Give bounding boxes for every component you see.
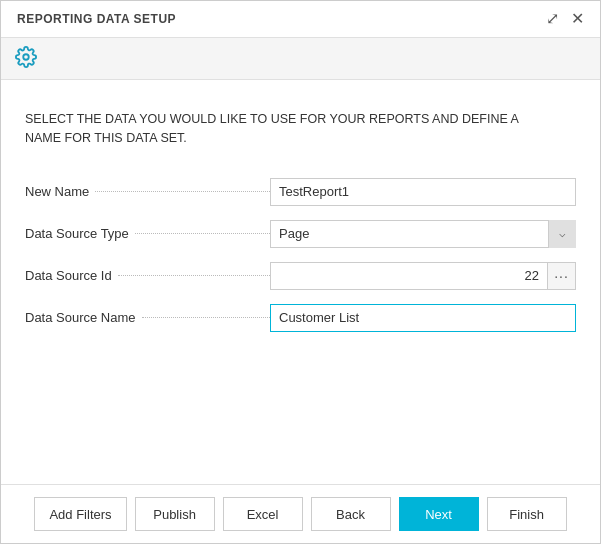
data-source-name-row: Data Source Name — [25, 304, 576, 332]
data-source-name-label-area: Data Source Name — [25, 310, 270, 325]
data-source-name-dots — [142, 317, 270, 318]
publish-button[interactable]: Publish — [135, 497, 215, 531]
data-source-id-dots — [118, 275, 270, 276]
back-button[interactable]: Back — [311, 497, 391, 531]
next-button[interactable]: Next — [399, 497, 479, 531]
add-filters-button[interactable]: Add Filters — [34, 497, 126, 531]
finish-button[interactable]: Finish — [487, 497, 567, 531]
data-source-id-label-area: Data Source Id — [25, 268, 270, 283]
data-source-type-select-wrapper: Page ⌵ — [270, 220, 576, 248]
svg-point-0 — [23, 54, 29, 60]
instructions: SELECT THE DATA YOU WOULD LIKE TO USE FO… — [25, 110, 565, 148]
data-source-type-label-area: Data Source Type — [25, 226, 270, 241]
form-area: New Name Data Source Type Page ⌵ — [25, 178, 576, 346]
dialog-title: REPORTING DATA SETUP — [17, 12, 176, 26]
title-bar-icons: ⤢ ✕ — [546, 11, 584, 27]
data-source-id-row: Data Source Id ··· — [25, 262, 576, 290]
data-source-id-wrapper: ··· — [270, 262, 576, 290]
excel-button[interactable]: Excel — [223, 497, 303, 531]
data-source-type-dots — [135, 233, 270, 234]
content-area: SELECT THE DATA YOU WOULD LIKE TO USE FO… — [1, 80, 600, 484]
data-source-id-ellipsis-button[interactable]: ··· — [547, 263, 575, 289]
data-source-id-input[interactable] — [271, 266, 547, 285]
close-icon[interactable]: ✕ — [571, 11, 584, 27]
maximize-icon[interactable]: ⤢ — [546, 11, 559, 27]
data-source-type-row: Data Source Type Page ⌵ — [25, 220, 576, 248]
toolbar — [1, 38, 600, 80]
new-name-input[interactable] — [270, 178, 576, 206]
new-name-dots — [95, 191, 270, 192]
data-source-name-label: Data Source Name — [25, 310, 136, 325]
dialog: REPORTING DATA SETUP ⤢ ✕ SELECT THE DATA… — [0, 0, 601, 544]
data-source-id-label: Data Source Id — [25, 268, 112, 283]
new-name-label: New Name — [25, 184, 89, 199]
title-bar: REPORTING DATA SETUP ⤢ ✕ — [1, 1, 600, 38]
new-name-label-area: New Name — [25, 184, 270, 199]
new-name-row: New Name — [25, 178, 576, 206]
gear-icon[interactable] — [15, 46, 37, 71]
data-source-type-label: Data Source Type — [25, 226, 129, 241]
data-source-name-input[interactable] — [270, 304, 576, 332]
data-source-type-select[interactable]: Page — [270, 220, 576, 248]
footer: Add Filters Publish Excel Back Next Fini… — [1, 484, 600, 543]
